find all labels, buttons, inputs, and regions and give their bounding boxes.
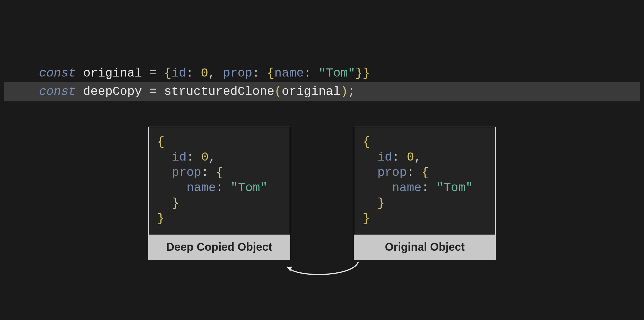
diagram-stage: const original = {id: 0, prop: {name: "T… <box>0 0 644 320</box>
colon: : <box>201 166 216 179</box>
prop-name: name <box>274 66 304 80</box>
colon: : <box>216 181 231 195</box>
brace-open-inner: { <box>267 66 274 80</box>
keyword-const: const <box>39 85 76 99</box>
brace-open: { <box>164 66 171 80</box>
brace-open-inner: { <box>421 166 429 179</box>
op-eq: = <box>142 85 164 99</box>
code-line-1: const original = {id: 0, prop: {name: "T… <box>0 64 644 82</box>
original-object-card: { id: 0, prop: { name: "Tom" } } Origina… <box>354 127 496 260</box>
prop-prop: prop <box>172 166 201 179</box>
paren-close: ) <box>341 85 348 99</box>
brace-close-inner: } <box>355 66 362 80</box>
brace-open-inner: { <box>216 166 223 179</box>
colon: : <box>421 181 436 195</box>
code-block: const original = {id: 0, prop: {name: "T… <box>0 64 644 101</box>
prop-id: id <box>171 66 186 80</box>
svg-marker-0 <box>287 267 292 272</box>
string-tom: "Tom" <box>231 181 267 195</box>
connector-arrow-icon <box>280 262 364 284</box>
brace-open: { <box>157 135 164 149</box>
brace-open: { <box>363 135 370 149</box>
deep-copied-object-label: Deep Copied Object <box>149 235 290 259</box>
deep-copied-object-code: { id: 0, prop: { name: "Tom" } } <box>149 127 290 235</box>
prop-prop: prop <box>377 166 407 179</box>
colon: : <box>186 66 201 80</box>
string-tom: "Tom" <box>436 181 473 195</box>
prop-name: name <box>392 181 422 195</box>
comma: , <box>414 150 421 164</box>
colon: : <box>407 166 421 179</box>
string-tom: "Tom" <box>318 66 355 80</box>
number-zero: 0 <box>201 66 208 80</box>
prop-id: id <box>172 150 187 164</box>
paren-open: ( <box>274 85 282 99</box>
number-zero: 0 <box>407 150 414 164</box>
code-line-2-highlighted: const deepCopy = structuredClone(origina… <box>4 82 640 101</box>
number-zero: 0 <box>201 150 208 164</box>
identifier-deepcopy: deepCopy <box>83 85 142 99</box>
colon: : <box>392 150 407 164</box>
brace-close-inner: } <box>377 196 385 210</box>
identifier-original: original <box>83 66 142 80</box>
brace-close: } <box>363 211 370 225</box>
object-boxes-row: { id: 0, prop: { name: "Tom" } } Deep Co… <box>0 127 644 260</box>
arg-original: original <box>282 85 340 99</box>
deep-copied-object-card: { id: 0, prop: { name: "Tom" } } Deep Co… <box>148 127 290 260</box>
original-object-code: { id: 0, prop: { name: "Tom" } } <box>354 127 495 235</box>
semicolon: ; <box>348 85 355 99</box>
colon: : <box>252 66 267 80</box>
keyword-const: const <box>39 66 76 80</box>
brace-close: } <box>157 211 164 225</box>
brace-close: } <box>363 66 370 80</box>
comma: , <box>208 66 223 80</box>
prop-name: name <box>187 181 216 195</box>
fn-structuredclone: structuredClone <box>164 85 274 99</box>
brace-close-inner: } <box>172 196 179 210</box>
prop-prop: prop <box>223 66 252 80</box>
prop-id: id <box>377 150 392 164</box>
original-object-label: Original Object <box>354 235 495 259</box>
colon: : <box>304 66 319 80</box>
op-eq: = <box>142 66 164 80</box>
comma: , <box>209 150 216 164</box>
colon: : <box>187 150 201 164</box>
